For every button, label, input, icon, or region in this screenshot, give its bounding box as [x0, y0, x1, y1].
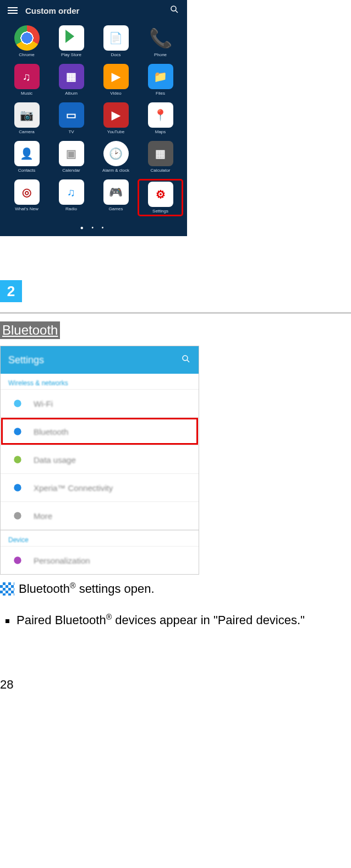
app-label: Contacts — [18, 168, 36, 173]
app-label: YouTube — [107, 129, 124, 134]
app-label: Calendar — [62, 168, 80, 173]
app-label: Play Store — [61, 52, 81, 57]
app-label: Camera — [19, 129, 34, 134]
app-files[interactable]: 📁Files — [138, 64, 183, 96]
app-games[interactable]: 🎮Games — [94, 179, 138, 216]
app-label: Radio — [65, 206, 77, 211]
calendar-icon: ▣ — [59, 141, 84, 166]
camera-icon: 📷 — [14, 102, 40, 128]
settings-screenshot: Settings Wireless & networks Wi-FiBlueto… — [0, 346, 199, 575]
svg-point-5 — [14, 428, 21, 435]
app-label: Phone — [154, 52, 167, 57]
settings-row-label: Data usage — [34, 455, 76, 465]
xperia-connectivity-icon — [12, 482, 24, 494]
calculator-icon: ▦ — [148, 141, 173, 166]
settings-row-label: Personalization — [34, 556, 90, 565]
result-suffix: settings open. — [76, 582, 155, 596]
bullet-suffix: devices appear in "Paired devices." — [112, 614, 305, 627]
app-calculator[interactable]: ▦Calculator — [138, 141, 183, 173]
page-number: 28 — [0, 678, 351, 692]
settings-row-label: Xperia™ Connectivity — [34, 483, 113, 493]
app-label: Alarm & clock — [102, 168, 129, 173]
youtube-icon: ▶ — [103, 102, 129, 128]
app-album[interactable]: ▦Album — [49, 64, 94, 96]
app-what's-new[interactable]: ◎What's New — [4, 179, 49, 216]
phone-icon: 📞 — [148, 25, 173, 51]
settings-row-more[interactable]: More — [1, 501, 199, 529]
app-contacts[interactable]: 👤Contacts — [4, 141, 49, 173]
settings-row-data-usage[interactable]: Data usage — [1, 445, 199, 473]
settings-row-label: More — [34, 511, 52, 521]
wi-fi-icon — [12, 397, 24, 410]
app-calendar[interactable]: ▣Calendar — [49, 141, 94, 173]
app-label: Video — [110, 91, 121, 96]
app-label: Music — [21, 91, 32, 96]
svg-point-4 — [14, 400, 21, 407]
games-icon: 🎮 — [103, 179, 129, 205]
app-radio[interactable]: ♫Radio — [49, 179, 94, 216]
app-grid: ChromePlay Store📄Docs📞Phone♫Music▦Album▶… — [0, 22, 187, 221]
settings-appbar: Settings — [1, 346, 199, 374]
search-icon[interactable] — [169, 4, 179, 17]
app-label: Album — [65, 91, 78, 96]
app-alarm-&-clock[interactable]: 🕑Alarm & clock — [94, 141, 138, 173]
separator — [0, 312, 351, 314]
bullet-list: Paired Bluetooth® devices appear in "Pai… — [0, 613, 351, 627]
svg-line-1 — [176, 10, 178, 13]
app-label: Files — [156, 91, 165, 96]
menu-icon[interactable] — [8, 7, 18, 14]
settings-icon: ⚙ — [148, 182, 173, 207]
app-music[interactable]: ♫Music — [4, 64, 49, 96]
app-drawer-screenshot: Custom order ChromePlay Store📄Docs📞Phone… — [0, 0, 187, 236]
pager-dots: ● • • — [0, 221, 187, 236]
svg-point-8 — [14, 512, 21, 519]
what's-new-icon: ◎ — [14, 179, 40, 205]
settings-row-xperia-connectivity[interactable]: Xperia™ Connectivity — [1, 473, 199, 501]
maps-icon: 📍 — [148, 102, 173, 128]
app-label: Maps — [155, 129, 166, 134]
app-play-store[interactable]: Play Store — [49, 25, 94, 57]
play-store-icon — [59, 25, 84, 51]
result-prefix: Bluetooth — [19, 582, 70, 596]
app-label: Chrome — [19, 52, 34, 57]
search-icon[interactable] — [181, 354, 191, 366]
app-camera[interactable]: 📷Camera — [4, 102, 49, 134]
drawer-topbar: Custom order — [0, 0, 187, 22]
app-docs[interactable]: 📄Docs — [94, 25, 138, 57]
svg-point-2 — [183, 356, 188, 361]
app-label: Docs — [111, 52, 120, 57]
app-label: Calculator — [150, 168, 170, 173]
app-youtube[interactable]: ▶YouTube — [94, 102, 138, 134]
settings-row-personalization[interactable]: Personalization — [1, 546, 199, 574]
app-tv[interactable]: ▭TV — [49, 102, 94, 134]
files-icon: 📁 — [148, 64, 173, 89]
settings-title: Settings — [8, 354, 44, 366]
more-icon — [12, 510, 24, 522]
step-badge: 2 — [0, 280, 22, 302]
bluetooth-icon — [12, 425, 24, 438]
app-chrome[interactable]: Chrome — [4, 25, 49, 57]
settings-row-bluetooth[interactable]: Bluetooth — [1, 417, 199, 445]
app-label: Games — [109, 206, 123, 211]
app-phone[interactable]: 📞Phone — [138, 25, 183, 57]
svg-line-3 — [187, 360, 189, 362]
app-label: Settings — [152, 209, 168, 214]
personalization-icon — [12, 554, 24, 566]
alarm-&-clock-icon: 🕑 — [103, 141, 129, 166]
chrome-icon — [14, 25, 40, 51]
settings-row-label: Bluetooth — [34, 427, 68, 436]
contacts-icon: 👤 — [14, 141, 40, 166]
radio-icon: ♫ — [59, 179, 84, 205]
settings-row-wi-fi[interactable]: Wi-Fi — [1, 389, 199, 417]
settings-category: Wireless & networks — [1, 374, 199, 389]
tv-icon: ▭ — [59, 102, 84, 128]
docs-icon: 📄 — [103, 25, 129, 51]
app-settings[interactable]: ⚙Settings — [138, 179, 183, 216]
section-heading[interactable]: Bluetooth — [0, 321, 60, 339]
app-maps[interactable]: 📍Maps — [138, 102, 183, 134]
app-label: What's New — [15, 206, 38, 211]
album-icon: ▦ — [59, 64, 84, 89]
bullet-item: Paired Bluetooth® devices appear in "Pai… — [17, 613, 351, 627]
app-video[interactable]: ▶Video — [94, 64, 138, 96]
app-label: TV — [68, 129, 74, 134]
